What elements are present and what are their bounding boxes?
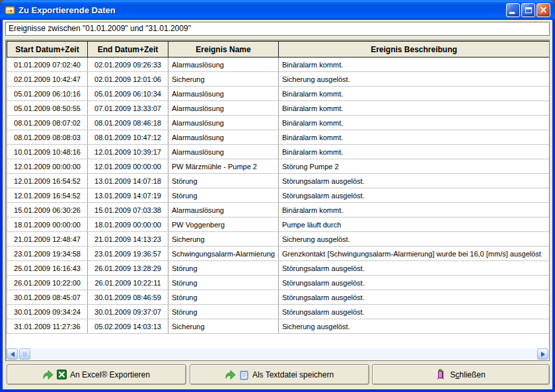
start-datetime-cell[interactable]: 01.01.2009 07:02:40: [7, 58, 88, 72]
event-name-cell[interactable]: Alarmauslösung: [168, 116, 279, 130]
start-datetime-cell[interactable]: 08.01.2009 08:07:02: [7, 116, 88, 130]
start-datetime-cell[interactable]: 26.01.2009 10:22:00: [7, 276, 88, 290]
end-datetime-cell[interactable]: 08.01.2009 10:47:12: [88, 130, 168, 145]
end-datetime-cell[interactable]: 07.01.2009 13:33:07: [88, 101, 168, 116]
event-description-cell[interactable]: Binäralarm kommt.: [279, 130, 550, 145]
event-description-cell[interactable]: Grenzkontakt [Schwingungsalarm-Alarmieru…: [279, 247, 550, 261]
close-dialog-button[interactable]: Schließen: [372, 364, 550, 385]
event-description-cell[interactable]: Störungsalarm ausgelöst.: [279, 276, 550, 290]
start-datetime-cell[interactable]: 23.01.2009 19:34:58: [7, 247, 88, 261]
close-icon: ×: [539, 5, 548, 15]
event-description-cell[interactable]: Binäralarm kommt.: [279, 87, 550, 101]
event-description-cell[interactable]: Störungsalarm ausgelöst.: [279, 305, 550, 319]
end-datetime-cell[interactable]: 30.01.2009 08:46:59: [88, 290, 168, 305]
scroll-right-button[interactable]: [537, 348, 548, 360]
event-name-cell[interactable]: PW Voggenberg: [168, 217, 279, 232]
event-name-cell[interactable]: Alarmauslösung: [168, 58, 279, 72]
start-datetime-cell[interactable]: 10.01.2009 10:48:16: [7, 145, 88, 159]
start-datetime-cell[interactable]: 12.01.2009 00:00:00: [7, 159, 88, 174]
end-datetime-cell[interactable]: 21.01.2009 14:13:23: [88, 232, 168, 247]
end-datetime-cell[interactable]: 12.01.2009 00:00:00: [88, 159, 168, 174]
end-datetime-cell[interactable]: 13.01.2009 14:07:19: [88, 188, 168, 203]
end-datetime-cell[interactable]: 23.01.2009 19:36:57: [88, 247, 168, 261]
maximize-icon: [525, 7, 532, 13]
event-description-cell[interactable]: Störungsalarm ausgelöst.: [279, 261, 550, 276]
export-excel-button[interactable]: An Excel® Exportieren: [7, 364, 186, 385]
table-row: 30.01.2009 09:34:2430.01.2009 09:37:07St…: [7, 305, 550, 319]
event-name-cell[interactable]: Sicherung: [168, 232, 279, 247]
event-name-cell[interactable]: Störung: [168, 188, 279, 203]
event-description-cell[interactable]: Pumpe läuft durch: [279, 217, 550, 232]
end-datetime-cell[interactable]: 08.01.2009 08:46:18: [88, 116, 168, 130]
event-name-cell[interactable]: Alarmauslösung: [168, 145, 279, 159]
start-datetime-cell[interactable]: 18.01.2009 00:00:00: [7, 217, 88, 232]
event-description-cell[interactable]: Binäralarm kommt.: [279, 203, 550, 217]
event-description-cell[interactable]: Sicherung ausgelöst.: [279, 72, 550, 87]
end-datetime-cell[interactable]: 05.01.2009 06:10:34: [88, 87, 168, 101]
event-name-cell[interactable]: Störung: [168, 276, 279, 290]
hscrollbar-thumb[interactable]: [19, 348, 30, 360]
event-name-cell[interactable]: PW Märzmühle - Pumpe 2: [168, 159, 279, 174]
save-textfile-button[interactable]: Als Textdatei speichern: [190, 364, 369, 385]
end-datetime-cell[interactable]: 30.01.2009 09:37:07: [88, 305, 168, 319]
event-description-cell[interactable]: Störungsalarm ausgelöst.: [279, 290, 550, 305]
start-datetime-cell[interactable]: 12.01.2009 16:54:52: [7, 174, 88, 188]
event-description-cell[interactable]: Binäralarm kommt.: [279, 58, 550, 72]
event-name-cell[interactable]: Sicherung: [168, 72, 279, 87]
titlebar[interactable]: Zu Exportierende Daten ×: [0, 0, 555, 20]
end-datetime-cell[interactable]: 15.01.2009 07:03:38: [88, 203, 168, 217]
event-description-cell[interactable]: Binäralarm kommt.: [279, 145, 550, 159]
end-datetime-cell[interactable]: 18.01.2009 00:00:00: [88, 217, 168, 232]
start-datetime-cell[interactable]: 31.01.2009 11:27:36: [7, 319, 88, 334]
start-datetime-cell[interactable]: 25.01.2009 16:16:43: [7, 261, 88, 276]
event-description-cell[interactable]: Binäralarm kommt.: [279, 116, 550, 130]
event-name-cell[interactable]: Sicherung: [168, 319, 279, 334]
start-datetime-cell[interactable]: 02.01.2009 10:42:47: [7, 72, 88, 87]
date-range-label: Ereignisse zwischen "01.01.2009" und "31…: [5, 22, 550, 36]
horizontal-scrollbar[interactable]: [7, 348, 548, 360]
event-name-cell[interactable]: Störung: [168, 261, 279, 276]
event-name-cell[interactable]: Schwingungsalarm-Alarmierung: [168, 247, 279, 261]
table-row: 10.01.2009 10:48:1612.01.2009 10:39:17Al…: [7, 145, 550, 159]
scroll-left-button[interactable]: [7, 348, 18, 360]
event-name-cell[interactable]: Alarmauslösung: [168, 101, 279, 116]
end-datetime-cell[interactable]: 12.01.2009 10:39:17: [88, 145, 168, 159]
start-datetime-cell[interactable]: 30.01.2009 08:45:07: [7, 290, 88, 305]
start-datetime-cell[interactable]: 05.01.2009 08:50:55: [7, 101, 88, 116]
event-name-cell[interactable]: Alarmauslösung: [168, 203, 279, 217]
event-name-cell[interactable]: Störung: [168, 174, 279, 188]
event-name-cell[interactable]: Störung: [168, 305, 279, 319]
event-name-cell[interactable]: Alarmauslösung: [168, 130, 279, 145]
dialog-content: Ereignisse zwischen "01.01.2009" und "31…: [3, 20, 552, 389]
end-datetime-cell[interactable]: 02.01.2009 09:26:33: [88, 58, 168, 72]
end-datetime-cell[interactable]: 26.01.2009 13:28:29: [88, 261, 168, 276]
event-description-cell[interactable]: Binäralarm kommt.: [279, 101, 550, 116]
start-datetime-cell[interactable]: 05.01.2009 06:10:16: [7, 87, 88, 101]
start-datetime-cell[interactable]: 30.01.2009 09:34:24: [7, 305, 88, 319]
event-description-cell[interactable]: Störung Pumpe 2: [279, 159, 550, 174]
event-description-cell[interactable]: Störungsalarm ausgelöst.: [279, 188, 550, 203]
export-excel-label: An Excel® Exportieren: [70, 370, 150, 379]
start-datetime-cell[interactable]: 12.01.2009 16:54:52: [7, 188, 88, 203]
event-description-cell[interactable]: Sicherung ausgelöst.: [279, 232, 550, 247]
textfile-icon: [239, 370, 249, 380]
minimize-button[interactable]: [506, 3, 520, 17]
events-grid-panel: Start Datum+Zeit End Datum+Zeit Ereignis…: [5, 40, 550, 361]
event-description-cell[interactable]: Sicherung ausgelöst.: [279, 319, 550, 334]
event-name-cell[interactable]: Störung: [168, 290, 279, 305]
maximize-button[interactable]: [521, 3, 535, 17]
close-window-button[interactable]: ×: [536, 3, 550, 17]
end-datetime-cell[interactable]: 26.01.2009 10:22:11: [88, 276, 168, 290]
table-row: 12.01.2009 00:00:0012.01.2009 00:00:00PW…: [7, 159, 550, 174]
green-arrow-icon: [43, 370, 54, 380]
start-datetime-cell[interactable]: 15.01.2009 06:30:26: [7, 203, 88, 217]
end-datetime-cell[interactable]: 05.02.2009 14:03:13: [88, 319, 168, 334]
start-datetime-cell[interactable]: 21.01.2009 12:48:47: [7, 232, 88, 247]
close-dialog-label: Schließen: [450, 370, 485, 379]
end-datetime-cell[interactable]: 02.01.2009 12:01:06: [88, 72, 168, 87]
start-datetime-cell[interactable]: 08.01.2009 08:08:03: [7, 130, 88, 145]
event-name-cell[interactable]: Alarmauslösung: [168, 87, 279, 101]
event-description-cell[interactable]: Störungsalarm ausgelöst.: [279, 174, 550, 188]
end-datetime-cell[interactable]: 13.01.2009 14:07:18: [88, 174, 168, 188]
table-row: 25.01.2009 16:16:4326.01.2009 13:28:29St…: [7, 261, 550, 276]
